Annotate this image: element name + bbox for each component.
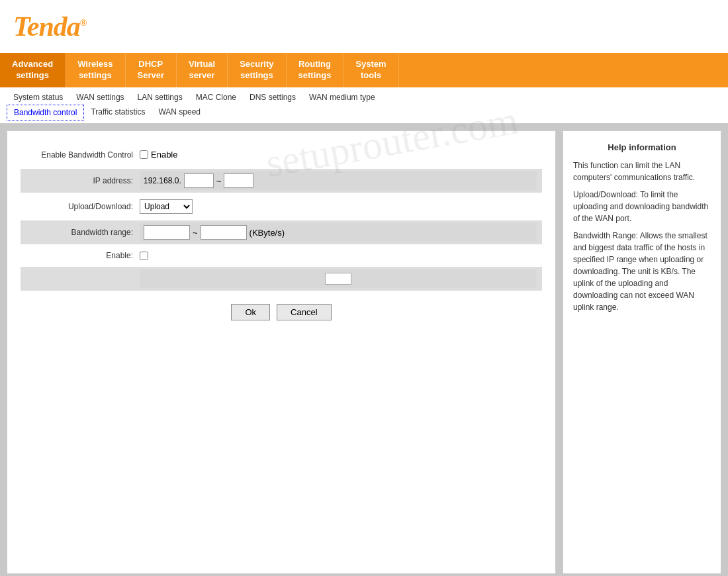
sub-nav: System status WAN settings LAN settings … bbox=[0, 87, 728, 124]
enable-text: Enable bbox=[151, 150, 177, 160]
bandwidth-range-gray-row: ~ (KByte/s) bbox=[140, 223, 537, 242]
bandwidth-range-row: Bandwidth range: ~ (KByte/s) bbox=[21, 220, 542, 244]
subnav-traffic-statistics[interactable]: Traffic statistics bbox=[84, 105, 152, 120]
subnav-dns-settings[interactable]: DNS settings bbox=[243, 90, 302, 105]
bandwidth-max[interactable] bbox=[201, 225, 247, 240]
nav-system[interactable]: System tools bbox=[343, 53, 398, 87]
upload-download-label: Upload/Download: bbox=[21, 202, 140, 211]
ip-address-row: IP address: 192.168.0. ~ bbox=[21, 169, 542, 193]
help-title: Help information bbox=[573, 141, 711, 154]
gray-bar bbox=[140, 269, 537, 288]
ip-address-gray-row: 192.168.0. ~ bbox=[140, 171, 537, 190]
upload-download-control: Upload Download bbox=[140, 199, 542, 214]
nav-virtual[interactable]: Virtual server bbox=[177, 53, 228, 87]
subnav-mac-clone[interactable]: MAC Clone bbox=[189, 90, 243, 105]
bandwidth-range-control: ~ (KByte/s) bbox=[140, 223, 542, 242]
subnav-wan-medium-type[interactable]: WAN medium type bbox=[302, 90, 382, 105]
subnav-lan-settings[interactable]: LAN settings bbox=[131, 90, 189, 105]
enable-bandwidth-control: Enable bbox=[140, 150, 542, 160]
help-panel: Help information This function can limit… bbox=[563, 130, 721, 574]
help-para-2: Upload/Download: To limit the uploading … bbox=[573, 189, 711, 224]
button-row: Ok Cancel bbox=[21, 304, 542, 320]
content-panel: Enable Bandwidth Control Enable IP addre… bbox=[7, 130, 556, 574]
gray-bar-row bbox=[21, 267, 542, 291]
enable-checkbox[interactable] bbox=[140, 252, 148, 260]
bandwidth-range-label: Bandwidth range: bbox=[21, 228, 140, 237]
enable-row: Enable: bbox=[21, 248, 542, 263]
bandwidth-unit: (KByte/s) bbox=[250, 228, 285, 238]
nav-bar: Advanced settings Wireless settings DHCP… bbox=[0, 53, 728, 87]
subnav-system-status[interactable]: System status bbox=[7, 90, 69, 105]
gray-bar-control bbox=[140, 269, 542, 288]
gray-bar-input bbox=[325, 273, 351, 285]
bandwidth-min[interactable] bbox=[144, 225, 190, 240]
enable-control bbox=[140, 252, 542, 260]
logo: Tenda® bbox=[13, 11, 86, 42]
main-layout: Enable Bandwidth Control Enable IP addre… bbox=[0, 124, 728, 576]
header: Tenda® bbox=[0, 0, 728, 53]
nav-wireless[interactable]: Wireless settings bbox=[66, 53, 125, 87]
help-para-3: Bandwidth Range: Allows the smallest and… bbox=[573, 230, 711, 313]
nav-dhcp[interactable]: DHCP Server bbox=[126, 53, 177, 87]
upload-download-row: Upload/Download: Upload Download bbox=[21, 197, 542, 216]
ip-address-label: IP address: bbox=[21, 176, 140, 185]
ip-separator: ~ bbox=[216, 176, 222, 186]
enable-label: Enable: bbox=[21, 251, 140, 260]
nav-advanced[interactable]: Advanced settings bbox=[0, 53, 66, 87]
subnav-wan-settings[interactable]: WAN settings bbox=[69, 90, 130, 105]
upload-download-select[interactable]: Upload Download bbox=[140, 199, 193, 214]
cancel-button[interactable]: Cancel bbox=[277, 304, 331, 320]
help-para-1: This function can limit the LAN computer… bbox=[573, 160, 711, 183]
ip-address-end[interactable] bbox=[224, 173, 253, 188]
ip-prefix: 192.168.0. bbox=[144, 176, 181, 185]
ok-button[interactable]: Ok bbox=[231, 304, 270, 320]
nav-routing[interactable]: Routing settings bbox=[287, 53, 344, 87]
ip-address-start[interactable] bbox=[184, 173, 214, 188]
bandwidth-separator: ~ bbox=[193, 228, 198, 238]
subnav-wan-speed[interactable]: WAN speed bbox=[152, 105, 207, 120]
enable-bandwidth-row: Enable Bandwidth Control Enable bbox=[21, 144, 542, 165]
ip-address-control: 192.168.0. ~ bbox=[140, 171, 542, 190]
enable-bandwidth-checkbox[interactable] bbox=[140, 150, 148, 159]
subnav-bandwidth-control[interactable]: Bandwidth control bbox=[7, 105, 84, 120]
enable-bandwidth-label: Enable Bandwidth Control bbox=[21, 150, 140, 160]
nav-security[interactable]: Security settings bbox=[228, 53, 286, 87]
